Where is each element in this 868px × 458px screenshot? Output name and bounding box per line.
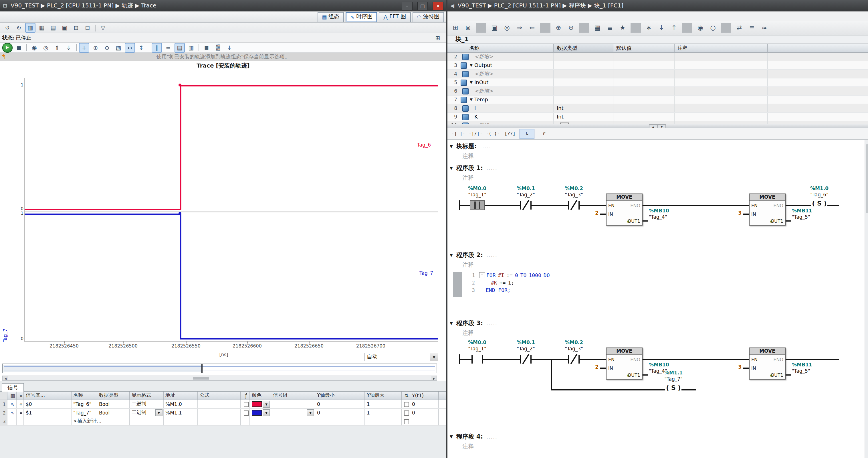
interface-row[interactable]: 4 ▼ <新增>	[447, 70, 868, 79]
collapse-triangle-icon[interactable]: ▼	[450, 166, 453, 171]
y-max-cell[interactable]: 1	[365, 409, 402, 417]
show-comments-icon[interactable]: ≣	[604, 22, 616, 33]
monitoring-icon[interactable]: ◉	[694, 22, 706, 33]
interface-row[interactable]: 5 ▼ InOut	[447, 79, 868, 87]
signal-format-cell[interactable]: 二进制 ▼	[130, 409, 164, 417]
output-address[interactable]: %MB10	[649, 208, 669, 213]
dropdown-icon[interactable]: ▼	[307, 409, 314, 416]
insert-new-signal-cell[interactable]: <插入新计...	[71, 417, 97, 425]
signal-format-cell[interactable]: 二进制	[130, 400, 164, 408]
signal-name-cell[interactable]: "Tag_7"	[71, 409, 97, 417]
signal-expand-icon[interactable]: «	[17, 400, 24, 408]
interface-datatype-cell[interactable]: Int	[554, 104, 613, 112]
output-tag[interactable]: "Tag_4"	[649, 214, 667, 220]
favorite-no-contact-icon[interactable]: -| |-	[451, 128, 466, 139]
header-display-format[interactable]: 显示格式	[130, 392, 164, 400]
header-y-t1[interactable]: Y(t1)	[410, 392, 439, 400]
start-trace-icon[interactable]: ▶	[2, 42, 12, 52]
network3-title-dots[interactable]: .....	[486, 321, 497, 326]
delete-network-icon[interactable]: ⊠	[462, 22, 474, 33]
formula-check-cell[interactable]	[241, 409, 250, 417]
editor-titlebar[interactable]: ◀ V90_TEST ▶ PLC_2 [CPU 1511-1 PN] ▶ 程序块…	[447, 0, 868, 11]
signal-formula-cell[interactable]	[198, 400, 241, 408]
network1-header[interactable]: ▼ 程序段 1: .....	[450, 164, 497, 173]
trace-overview-strip[interactable]	[2, 364, 437, 373]
minimize-button[interactable]: –	[402, 1, 412, 10]
download-icon[interactable]: ↓	[656, 22, 667, 33]
block-title-dots[interactable]: .....	[480, 144, 491, 149]
tab-signals[interactable]: 信号	[2, 383, 24, 392]
scrollbar-thumb[interactable]	[866, 144, 868, 213]
block-title-row[interactable]: ▼ 块标题: .....	[450, 142, 491, 151]
header-y-max[interactable]: Y轴最大	[365, 392, 402, 400]
editor-scrollbar[interactable]	[865, 140, 868, 458]
zoom-in-icon[interactable]: ⊕	[90, 42, 101, 52]
interface-default-cell[interactable]	[613, 113, 675, 121]
signal-datatype-cell[interactable]: Bool	[97, 400, 130, 408]
signal-row[interactable]: 2 ∿ « $1 "Tag_7" Bool 二进制 ▼ %M1.1 ▼	[0, 409, 446, 417]
interface-row[interactable]: 7 ▼ Temp	[447, 95, 868, 104]
header-formula[interactable]: 公式	[198, 392, 241, 400]
coil-tag[interactable]: "Tag_7"	[657, 376, 689, 382]
input-constant[interactable]: 2	[588, 364, 598, 370]
checkbox-icon[interactable]	[404, 402, 409, 407]
set-coil[interactable]: ( S )	[811, 200, 828, 207]
monitor-icon[interactable]: ▥	[7, 392, 17, 400]
collapse-triangle-icon[interactable]: ▼	[470, 63, 473, 67]
series-label-tag6[interactable]: Tag_6	[417, 142, 431, 148]
select-mode-icon[interactable]: +	[79, 42, 89, 52]
horizontal-scrollbar[interactable]: ◀ ▶	[2, 376, 437, 381]
filter-icon[interactable]: ▽	[98, 23, 108, 33]
series-label-tag7[interactable]: Tag_7	[420, 270, 433, 276]
add-signal-icon[interactable]: ⊞	[71, 23, 81, 33]
interface-comment-cell[interactable]	[675, 53, 768, 61]
signal-address-cell[interactable]: %M1.1	[164, 409, 198, 417]
detach-panel-icon[interactable]: ⊞	[433, 33, 443, 42]
favorites-toggle-icon[interactable]: ★	[617, 22, 628, 33]
interface-row[interactable]: 8 ▼ I Int	[447, 104, 868, 113]
collapse-triangle-icon[interactable]: ▼	[450, 144, 453, 149]
redo-icon[interactable]: ↻	[14, 23, 24, 33]
interface-comment-cell[interactable]	[675, 104, 768, 112]
header-name[interactable]: 名称	[447, 44, 554, 52]
interface-row[interactable]: 3 ▼ Output	[447, 61, 868, 70]
output-address[interactable]: %MB11	[792, 362, 812, 368]
formula-icon[interactable]: ƒ	[241, 392, 250, 400]
interface-default-cell[interactable]	[613, 104, 675, 112]
dropdown-icon[interactable]: ▼	[155, 409, 162, 416]
interface-datatype-cell[interactable]	[554, 87, 613, 95]
output-tag[interactable]: "Tag_5"	[792, 368, 810, 374]
splitter-bar[interactable]: ▲ ▼	[447, 124, 868, 128]
operand-address[interactable]: %M0.0	[461, 185, 493, 191]
favorite-empty-box-icon[interactable]: [??]	[503, 128, 518, 139]
tab-bode[interactable]: ◠ 波特图	[412, 12, 444, 22]
signal-insert-row[interactable]: 3 <插入新计...	[0, 417, 446, 426]
favorite-coil-icon[interactable]: -( )-	[485, 128, 500, 139]
interface-comment-cell[interactable]	[675, 113, 768, 121]
show-signal-table-icon[interactable]: ▥	[25, 23, 35, 33]
scl-variable[interactable]: #I	[498, 272, 504, 278]
header-signal-group[interactable]: 信号组	[271, 392, 315, 400]
collapse-triangle-icon[interactable]: ▼	[470, 97, 473, 102]
stop-monitoring-icon[interactable]: ○	[707, 22, 719, 33]
install-trace-arrow-icon[interactable]: ↰	[1, 53, 6, 61]
show-grid-icon[interactable]: ▒	[213, 42, 223, 52]
operand-address[interactable]: %M0.2	[558, 185, 590, 191]
collapse-triangle-icon[interactable]: ▼	[450, 253, 453, 258]
input-constant[interactable]: 2	[588, 210, 598, 216]
operand-tag[interactable]: "Tag_1"	[461, 192, 493, 198]
split-vertical-icon[interactable]: ▣	[60, 23, 70, 33]
operand-address[interactable]: %M0.1	[510, 340, 542, 345]
scroll-left-icon[interactable]: ◀	[3, 376, 8, 380]
zoom-out-icon[interactable]: ⊖	[102, 42, 112, 52]
call-structure-icon[interactable]: ≡	[746, 22, 757, 33]
favorite-close-branch-icon[interactable]: ↱	[537, 128, 552, 139]
checkbox-icon[interactable]	[244, 402, 249, 407]
interface-name-cell[interactable]: ▼ <新增>	[468, 87, 554, 95]
window-icon[interactable]: ◀	[450, 3, 454, 8]
compile-icon[interactable]: ∗	[643, 22, 655, 33]
interface-datatype-cell[interactable]	[554, 95, 613, 104]
header-datatype[interactable]: 数据类型	[97, 392, 130, 400]
scl-line[interactable]: 1 − FOR #I := 0 TO 1000 DO	[466, 271, 552, 279]
output-address[interactable]: %MB10	[649, 362, 669, 368]
